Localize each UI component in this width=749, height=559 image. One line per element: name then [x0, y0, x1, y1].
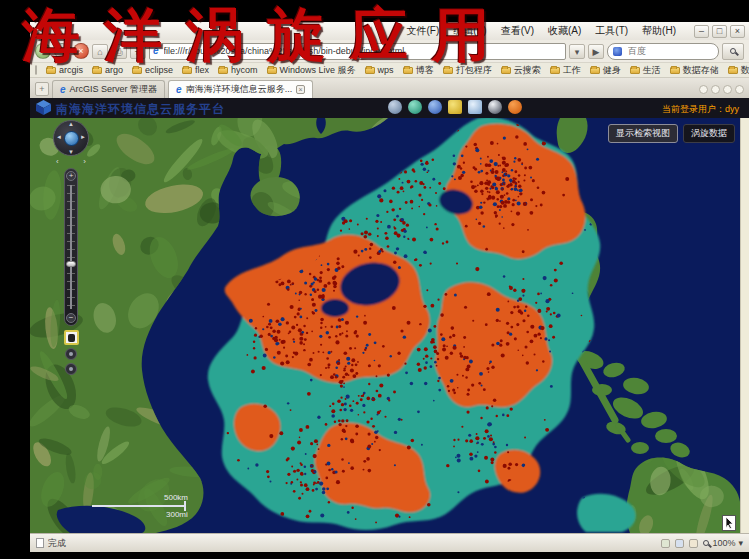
favorites-icon[interactable]: ★: [130, 44, 146, 59]
go-button[interactable]: ▶: [588, 44, 604, 59]
bookmark-item[interactable]: wps: [365, 64, 394, 77]
hand-tool-icon: [68, 334, 75, 342]
new-tab-button[interactable]: +: [35, 82, 49, 96]
folder-icon: [550, 67, 560, 74]
favorites-bar-icon[interactable]: [35, 65, 37, 75]
search-box[interactable]: [607, 43, 719, 60]
tab-cloud-platform[interactable]: e 南海海洋环境信息云服务... ×: [168, 80, 313, 98]
sphere-blue-icon[interactable]: [428, 100, 442, 114]
home-icon[interactable]: ⌂: [92, 44, 108, 59]
bookmark-item[interactable]: flex: [182, 64, 209, 77]
minimize-button[interactable]: –: [694, 25, 709, 38]
pan-east-icon[interactable]: ►: [80, 134, 86, 140]
zoom-in-button[interactable]: +: [66, 171, 76, 181]
quick-button-icon[interactable]: [735, 85, 744, 94]
vertical-scrollbar[interactable]: [740, 118, 749, 533]
eddy-data-button[interactable]: 涡旋数据: [683, 124, 735, 143]
pan-south-icon[interactable]: ▼: [68, 149, 74, 155]
tab-arcgis-server[interactable]: e ArcGIS Server 管理器: [52, 80, 165, 98]
menu-item[interactable]: 帮助(H): [640, 24, 678, 38]
zoom-dropdown-icon[interactable]: ▾: [738, 538, 743, 548]
bookmark-item[interactable]: Windows Live 服务: [267, 64, 356, 77]
bookmark-label: 生活: [643, 64, 661, 77]
pan-north-icon[interactable]: ▲: [68, 121, 74, 127]
scale-bar: 500km 300mi: [92, 493, 212, 519]
tool-button[interactable]: [65, 363, 77, 375]
rotate-right-icon[interactable]: ›: [83, 158, 86, 166]
quick-button-icon[interactable]: [711, 85, 720, 94]
zoom-slider[interactable]: + −: [64, 168, 78, 326]
menu-items: 文件(F)编辑(E)查看(V)收藏(A)工具(T)帮助(H): [405, 24, 678, 38]
print-icon[interactable]: ⎙: [111, 44, 127, 59]
magnifier-icon: [703, 540, 709, 546]
quick-button-icon[interactable]: [699, 85, 708, 94]
user-orange-icon[interactable]: [508, 100, 522, 114]
retrieval-view-button[interactable]: 显示检索视图: [608, 124, 678, 143]
zoom-handle[interactable]: [66, 261, 76, 267]
globe-grey-icon[interactable]: [388, 100, 402, 114]
search-engine-icon: [613, 47, 622, 56]
selected-tool-button[interactable]: [64, 330, 79, 345]
rotate-left-icon[interactable]: ‹: [56, 158, 59, 166]
status-text: 完成: [48, 537, 66, 550]
cursor-button[interactable]: [722, 515, 736, 531]
restore-button[interactable]: □: [712, 25, 727, 38]
tab-close-icon[interactable]: ×: [296, 85, 305, 94]
bookmark-item[interactable]: 云搜索: [501, 64, 541, 77]
window-grid-icon[interactable]: [468, 100, 482, 114]
close-button[interactable]: ×: [730, 25, 745, 38]
rotate-control[interactable]: ‹ ›: [56, 158, 86, 166]
menu-item[interactable]: 文件(F): [405, 24, 442, 38]
globe-center-icon[interactable]: [64, 131, 79, 146]
zoom-out-button[interactable]: −: [66, 313, 76, 323]
bookmark-item[interactable]: argo: [92, 64, 123, 77]
bookmark-item[interactable]: 生活: [630, 64, 661, 77]
tab-label: 南海海洋环境信息云服务...: [186, 83, 293, 96]
address-dropdown-icon[interactable]: ▾: [569, 44, 585, 59]
tool-button[interactable]: [65, 348, 77, 360]
cursor-arrow-icon: [724, 517, 734, 529]
bookmark-item[interactable]: 工作: [550, 64, 581, 77]
window-controls: – □ ×: [694, 25, 745, 38]
bookmark-item[interactable]: 博客: [403, 64, 434, 77]
page-status-icon: [36, 538, 44, 548]
address-bar[interactable]: e: [149, 43, 566, 60]
bookmark-item[interactable]: 数据下载: [728, 64, 749, 77]
pan-compass[interactable]: ▲ ▼ ◄ ►: [53, 120, 89, 156]
folder-icon: [728, 67, 738, 74]
bookmark-item[interactable]: 数据存储: [670, 64, 719, 77]
search-button[interactable]: [722, 43, 744, 60]
clock-icon[interactable]: [488, 100, 502, 114]
folder-icon: [132, 67, 142, 74]
search-input[interactable]: [626, 45, 713, 57]
map-area[interactable]: 显示检索视图 涡旋数据 ▲ ▼ ◄ ► ‹ › +: [30, 118, 749, 533]
bookmark-item[interactable]: hycom: [218, 64, 258, 77]
zoom-track[interactable]: [70, 185, 72, 309]
bookmark-label: 数据下载: [741, 64, 749, 77]
bookmark-item[interactable]: arcgis: [46, 64, 83, 77]
bookmark-item[interactable]: eclipse: [132, 64, 173, 77]
bookmark-label: wps: [378, 65, 394, 75]
menu-item[interactable]: 工具(T): [593, 24, 630, 38]
stop-icon[interactable]: ×: [73, 43, 89, 59]
bookmark-item[interactable]: 打包程序: [443, 64, 492, 77]
menu-item[interactable]: 查看(V): [499, 24, 536, 38]
back-icon[interactable]: ←: [35, 43, 51, 59]
bookmark-label: Windows Live 服务: [280, 64, 356, 77]
earth-teal-icon[interactable]: [408, 100, 422, 114]
folder-icon: [590, 67, 600, 74]
menu-item[interactable]: 编辑(E): [451, 24, 488, 38]
address-input[interactable]: [162, 45, 562, 57]
folder-icon: [443, 67, 453, 74]
folder-icon: [403, 67, 413, 74]
map-button-group: 显示检索视图 涡旋数据: [608, 124, 735, 143]
zoom-control[interactable]: 100% ▾: [703, 538, 743, 548]
quick-button-icon[interactable]: [723, 85, 732, 94]
bookmark-item[interactable]: 健身: [590, 64, 621, 77]
map-canvas[interactable]: [30, 118, 740, 533]
zoom-level: 100%: [712, 538, 735, 548]
note-yellow-icon[interactable]: [448, 100, 462, 114]
forward-icon[interactable]: →: [54, 43, 70, 59]
menu-item[interactable]: 收藏(A): [546, 24, 583, 38]
pan-west-icon[interactable]: ◄: [56, 134, 62, 140]
